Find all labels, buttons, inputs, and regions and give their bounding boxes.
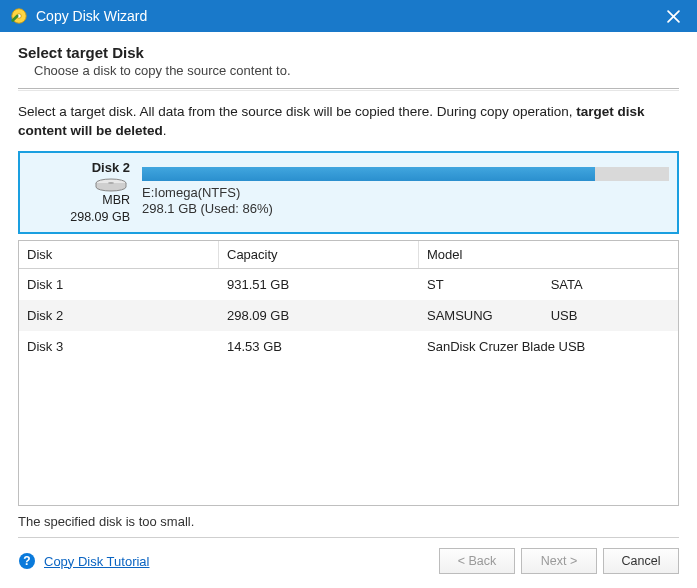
cell-model: SanDisk Cruzer Blade USB (419, 331, 678, 362)
status-message: The specified disk is too small. (18, 514, 679, 529)
selected-disk-preview: Disk 2 MBR 298.09 GB E:Iomega(NTFS) 298.… (18, 151, 679, 234)
cell-disk: Disk 3 (19, 331, 219, 362)
cell-disk: Disk 2 (19, 300, 219, 331)
app-icon (10, 7, 28, 25)
cell-model: SAMSUNG USB (419, 300, 678, 331)
table-header: Disk Capacity Model (19, 241, 678, 269)
selected-disk-name: Disk 2 (28, 159, 130, 177)
close-icon (667, 10, 680, 23)
cancel-button[interactable]: Cancel (603, 548, 679, 574)
help-icon: ? (18, 552, 36, 570)
svg-point-3 (108, 182, 114, 184)
page-heading: Select target Disk (18, 44, 679, 61)
cell-capacity: 931.51 GB (219, 269, 419, 300)
page-subheading: Choose a disk to copy the source content… (34, 63, 679, 78)
instruction-suffix: . (163, 123, 167, 138)
back-button: < Back (439, 548, 515, 574)
col-header-disk[interactable]: Disk (19, 241, 219, 268)
selected-disk-scheme: MBR (28, 192, 130, 209)
divider (18, 88, 679, 91)
close-button[interactable] (657, 0, 689, 32)
table-body: Disk 1 931.51 GB ST SATA Disk 2 298.09 G… (19, 269, 678, 505)
cell-model: ST SATA (419, 269, 678, 300)
usage-bar-fill (142, 167, 595, 181)
tutorial-link[interactable]: Copy Disk Tutorial (44, 554, 149, 569)
partition-label: E:Iomega(NTFS) (142, 185, 669, 202)
divider (18, 537, 679, 538)
help-area: ? Copy Disk Tutorial (18, 552, 149, 570)
selected-disk-capacity: 298.09 GB (28, 209, 130, 226)
instruction-prefix: Select a target disk. All data from the … (18, 104, 576, 119)
instruction-text: Select a target disk. All data from the … (18, 103, 679, 141)
footer: ? Copy Disk Tutorial < Back Next > Cance… (0, 548, 697, 588)
usage-bar (142, 167, 669, 181)
svg-text:?: ? (23, 554, 30, 568)
selected-disk-info: Disk 2 MBR 298.09 GB (28, 159, 136, 226)
title-bar: Copy Disk Wizard (0, 0, 697, 32)
table-row[interactable]: Disk 2 298.09 GB SAMSUNG USB (19, 300, 678, 331)
cell-disk: Disk 1 (19, 269, 219, 300)
disk-table: Disk Capacity Model Disk 1 931.51 GB ST … (18, 240, 679, 506)
cell-capacity: 14.53 GB (219, 331, 419, 362)
disk-icon (28, 178, 130, 192)
window-title: Copy Disk Wizard (36, 8, 657, 24)
cell-capacity: 298.09 GB (219, 300, 419, 331)
table-row[interactable]: Disk 3 14.53 GB SanDisk Cruzer Blade USB (19, 331, 678, 362)
col-header-capacity[interactable]: Capacity (219, 241, 419, 268)
table-row[interactable]: Disk 1 931.51 GB ST SATA (19, 269, 678, 300)
col-header-model[interactable]: Model (419, 241, 678, 268)
partition-usage: 298.1 GB (Used: 86%) (142, 201, 669, 218)
next-button: Next > (521, 548, 597, 574)
